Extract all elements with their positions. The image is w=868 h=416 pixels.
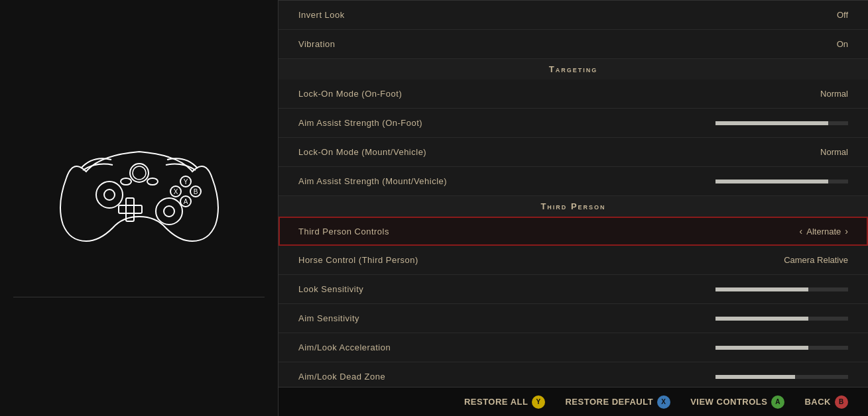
svg-point-0 xyxy=(96,182,123,208)
setting-row-aim-sensitivity[interactable]: Aim Sensitivity xyxy=(279,304,868,333)
arrow-selector[interactable]: ‹ Alternate › xyxy=(800,226,848,236)
bottom-action-restore-all[interactable]: Restore All Y xyxy=(464,395,546,409)
section-header-text: Third Person xyxy=(540,201,605,211)
setting-label: Aim Assist Strength (Mount/Vehicle) xyxy=(298,176,447,186)
action-label: Restore All xyxy=(464,397,528,407)
svg-point-17 xyxy=(147,178,158,185)
setting-bar-fill xyxy=(715,180,828,183)
setting-row-aim-assist-mount[interactable]: Aim Assist Strength (Mount/Vehicle) xyxy=(279,167,868,196)
settings-list: Invert Look Off Vibration OnTargeting Lo… xyxy=(279,1,868,387)
svg-point-3 xyxy=(164,206,174,217)
setting-bar xyxy=(715,180,848,183)
bottom-action-restore-default[interactable]: Restore Default X xyxy=(565,395,670,409)
left-panel-divider xyxy=(13,297,265,297)
section-header-text: Targeting xyxy=(549,64,597,74)
setting-label: Vibration xyxy=(298,39,336,49)
setting-bar-fill xyxy=(715,346,808,350)
svg-point-2 xyxy=(156,198,182,225)
setting-value: Camera Relative xyxy=(784,255,848,265)
right-panel: Invert Look Off Vibration OnTargeting Lo… xyxy=(279,0,868,416)
setting-bar xyxy=(715,121,848,125)
setting-bar xyxy=(715,317,848,321)
setting-value: Normal xyxy=(820,147,848,157)
setting-bar xyxy=(715,346,848,350)
setting-row-lock-on-foot[interactable]: Lock-On Mode (On-Foot) Normal xyxy=(279,79,868,109)
setting-label: Look Sensitivity xyxy=(298,284,363,294)
action-label: Restore Default xyxy=(565,397,653,407)
svg-point-1 xyxy=(104,189,115,200)
action-label: View Controls xyxy=(690,397,767,407)
button-icon-back: B xyxy=(835,395,848,409)
setting-value: Alternate xyxy=(806,227,841,236)
left-arrow-icon[interactable]: ‹ xyxy=(800,226,803,236)
setting-label: Invert Look xyxy=(298,10,345,20)
svg-text:Y: Y xyxy=(183,178,188,185)
setting-label: Aim Assist Strength (On-Foot) xyxy=(298,118,422,128)
setting-label: Third Person Controls xyxy=(298,227,389,236)
left-panel: Y B X A xyxy=(0,0,279,416)
setting-label: Lock-On Mode (Mount/Vehicle) xyxy=(298,147,426,157)
setting-value: Normal xyxy=(820,89,848,99)
setting-value: On xyxy=(837,39,848,49)
setting-label: Horse Control (Third Person) xyxy=(298,255,418,265)
right-arrow-icon[interactable]: › xyxy=(845,226,848,236)
setting-label: Aim/Look Acceleration xyxy=(298,342,391,352)
button-icon-view-controls: A xyxy=(771,395,784,409)
svg-text:B: B xyxy=(193,188,198,195)
setting-bar xyxy=(715,375,848,379)
setting-row-vibration[interactable]: Vibration On xyxy=(279,30,868,59)
section-header-targeting-header: Targeting xyxy=(279,59,868,79)
svg-text:X: X xyxy=(173,188,178,195)
setting-bar xyxy=(715,287,848,291)
bottom-bar: Restore All Y Restore Default X View Con… xyxy=(279,387,868,416)
setting-row-look-sensitivity[interactable]: Look Sensitivity xyxy=(279,275,868,304)
section-header-third-person-header: Third Person xyxy=(279,196,868,217)
setting-bar-fill xyxy=(715,121,828,125)
setting-bar-fill xyxy=(715,287,808,291)
setting-label: Aim Sensitivity xyxy=(298,313,359,323)
setting-row-aim-look-dead[interactable]: Aim/Look Dead Zone xyxy=(279,362,868,387)
bottom-action-back[interactable]: Back B xyxy=(804,395,848,409)
svg-text:A: A xyxy=(183,198,188,205)
svg-point-16 xyxy=(121,178,131,185)
button-icon-restore-all: Y xyxy=(532,395,545,409)
controller-image: Y B X A xyxy=(46,119,232,251)
svg-rect-5 xyxy=(119,205,142,213)
setting-row-invert-look[interactable]: Invert Look Off xyxy=(279,1,868,30)
setting-label: Aim/Look Dead Zone xyxy=(298,372,385,382)
setting-label: Lock-On Mode (On-Foot) xyxy=(298,89,402,99)
setting-row-lock-on-mount[interactable]: Lock-On Mode (Mount/Vehicle) Normal xyxy=(279,138,868,167)
setting-row-horse-control[interactable]: Horse Control (Third Person) Camera Rela… xyxy=(279,246,868,275)
setting-row-aim-assist-foot[interactable]: Aim Assist Strength (On-Foot) xyxy=(279,109,868,138)
setting-value: Off xyxy=(837,10,848,20)
svg-point-15 xyxy=(133,166,146,180)
action-label: Back xyxy=(804,397,831,407)
setting-bar-fill xyxy=(715,375,795,379)
button-icon-restore-default: X xyxy=(657,395,670,409)
setting-row-aim-look-accel[interactable]: Aim/Look Acceleration xyxy=(279,333,868,362)
bottom-action-view-controls[interactable]: View Controls A xyxy=(690,395,784,409)
setting-row-third-person-controls[interactable]: Third Person Controls ‹ Alternate › xyxy=(279,217,868,246)
setting-bar-fill xyxy=(715,317,808,321)
